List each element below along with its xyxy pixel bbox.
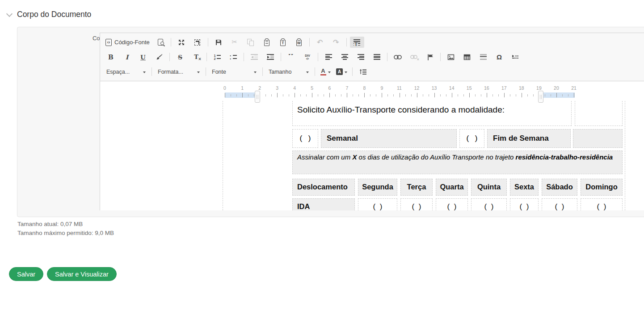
font-size-dropdown-label: Tamanho — [269, 69, 291, 75]
align-center-button[interactable] — [337, 51, 352, 63]
table-row-ida-terca[interactable]: ( ) — [400, 198, 433, 210]
save-button-toolbar[interactable] — [211, 37, 226, 48]
table-header-domingo[interactable]: Domingo — [581, 179, 623, 196]
increase-indent-button[interactable] — [263, 51, 278, 63]
source-button-label: Código-Fonte — [114, 39, 150, 46]
align-right-button[interactable] — [354, 51, 368, 63]
instruction-text: Assinalar com um — [297, 153, 352, 161]
source-icon: ‹› — [105, 39, 112, 46]
font-size-dropdown[interactable]: Tamanho — [265, 66, 312, 77]
numbered-list-button[interactable]: 12 — [210, 51, 224, 63]
table-header-sexta[interactable]: Sexta — [510, 179, 539, 196]
blockquote-button[interactable]: ” — [284, 51, 299, 63]
bold-button[interactable]: B — [104, 51, 118, 63]
maximize-button[interactable] — [174, 37, 189, 48]
doc-title-cell[interactable]: Solicito Auxílio-Transporte considerando… — [292, 101, 572, 126]
table-header-quarta[interactable]: Quarta — [436, 179, 468, 196]
background-color-button[interactable]: A — [334, 66, 349, 77]
align-right-icon — [358, 54, 364, 60]
blockquote-icon: ” — [288, 54, 295, 60]
instruction-cell[interactable]: Assinalar com um X os dias de utilização… — [292, 151, 623, 174]
option-row-empty-cell[interactable] — [573, 129, 623, 148]
save-and-preview-button[interactable]: Salvar e Visualizar — [47, 267, 117, 281]
templates-button[interactable]: T — [350, 37, 364, 48]
table-button[interactable] — [460, 51, 474, 63]
paste-button[interactable] — [260, 37, 274, 48]
decrease-indent-button[interactable] — [247, 51, 261, 63]
align-left-button[interactable] — [321, 51, 336, 63]
ruler-margin-handle-right[interactable] — [538, 91, 543, 103]
table-row-ida-label[interactable]: IDA — [292, 198, 355, 210]
text-color-button[interactable]: A — [318, 66, 333, 77]
line-spacing-button[interactable] — [356, 66, 370, 77]
remove-format-button[interactable]: T× — [189, 51, 203, 63]
italic-button[interactable]: I — [120, 51, 134, 63]
status-max-size: Tamanho máximo permitido: 9,0 MB — [17, 230, 114, 236]
first-line-indent-button[interactable] — [508, 51, 522, 63]
paste-from-word-button[interactable]: W — [292, 37, 306, 48]
table-row-ida-quinta[interactable]: ( ) — [471, 198, 507, 210]
table-row-ida-quarta[interactable]: ( ) — [436, 198, 468, 210]
link-button[interactable] — [391, 51, 405, 63]
cut-button[interactable]: ✂ — [227, 37, 242, 48]
bold-icon: B — [108, 54, 114, 60]
image-button[interactable] — [444, 51, 458, 63]
maximize-icon — [178, 39, 185, 46]
templates-icon: T — [354, 39, 360, 46]
redo-button[interactable]: ↷ — [329, 37, 343, 48]
paragraph-format-dropdown[interactable]: Formata... — [155, 66, 203, 77]
table-row-ida-segunda[interactable]: ( ) — [358, 198, 397, 210]
undo-button[interactable]: ↶ — [313, 37, 327, 48]
table-row-ida-sexta[interactable]: ( ) — [510, 198, 539, 210]
outer-table-left-border — [223, 101, 223, 210]
unlink-button[interactable]: × — [407, 51, 421, 63]
copy-button[interactable] — [244, 37, 258, 48]
align-justify-button[interactable] — [370, 51, 384, 63]
cut-icon: ✂ — [232, 39, 237, 46]
option-semanal-label-cell[interactable]: Semanal — [321, 129, 457, 148]
paste-plain-text-button[interactable]: T — [276, 37, 290, 48]
select-all-button[interactable] — [190, 37, 205, 48]
chevron-down-icon[interactable] — [6, 10, 13, 17]
special-char-button[interactable]: Ω — [492, 51, 506, 63]
editor-content-area[interactable]: 01234567891112131415161718192021 Solicit… — [100, 81, 644, 210]
table-row-ida-domingo[interactable]: ( ) — [581, 198, 623, 210]
preview-icon — [158, 39, 163, 46]
table-header-deslocamento[interactable]: Deslocamento — [292, 179, 355, 196]
option-fim-de-semana-label-cell[interactable]: Fim de Semana — [487, 129, 571, 148]
source-button[interactable]: ‹› Código-Fonte — [104, 37, 152, 48]
chevron-down-icon — [328, 71, 331, 75]
spacing-dropdown-label: Espaça... — [106, 69, 130, 75]
text-color-icon: A — [320, 68, 326, 75]
table-header-terca[interactable]: Terça — [400, 179, 433, 196]
table-header-segunda[interactable]: Segunda — [358, 179, 397, 196]
preview-button[interactable] — [153, 37, 168, 48]
chevron-down-icon — [306, 71, 309, 75]
horizontal-rule-button[interactable] — [476, 51, 490, 63]
chevron-down-icon — [197, 71, 200, 75]
doc-empty-cell[interactable] — [575, 101, 623, 126]
spacing-dropdown[interactable]: Espaça... — [103, 66, 149, 77]
select-all-icon — [194, 39, 200, 46]
save-button[interactable]: Salvar — [9, 267, 43, 281]
bulleted-list-button[interactable]: ▪▪ — [226, 51, 240, 63]
omega-icon: Ω — [497, 54, 502, 60]
status-current-size: Tamanho atual: 0,07 MB — [17, 221, 83, 227]
table-row-ida-sabado[interactable]: ( ) — [542, 198, 577, 210]
increase-indent-icon — [267, 54, 274, 60]
align-left-icon — [325, 54, 332, 60]
table-header-quinta[interactable]: Quinta — [471, 179, 507, 196]
underline-button[interactable]: U — [136, 51, 150, 63]
table-header-sabado[interactable]: Sábado — [542, 179, 577, 196]
option-semanal-checkbox-cell[interactable]: ( ) — [292, 129, 318, 148]
option-fim-de-semana-checkbox-cell[interactable]: ( ) — [459, 129, 484, 148]
anchor-button[interactable] — [423, 51, 437, 63]
chevron-down-icon — [143, 71, 146, 75]
strikethrough-button[interactable]: S — [173, 51, 187, 63]
div-container-button[interactable]: DIV‹/› — [300, 51, 315, 63]
font-dropdown[interactable]: Fonte — [209, 66, 260, 77]
format-painter-button[interactable] — [152, 51, 166, 63]
ruler-margin-handle-left[interactable] — [255, 91, 260, 103]
format-painter-icon — [156, 54, 163, 61]
document-canvas[interactable]: Solicito Auxílio-Transporte considerando… — [100, 81, 644, 210]
